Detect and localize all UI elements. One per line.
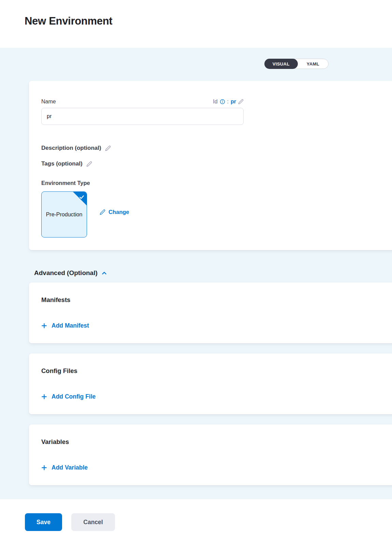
config-files-title: Config Files xyxy=(41,367,387,375)
edit-id-icon[interactable] xyxy=(238,99,244,104)
page-header: New Environment xyxy=(0,0,392,48)
add-config-file-button[interactable]: Add Config File xyxy=(41,392,387,401)
config-files-card: Config Files Add Config File xyxy=(29,354,392,414)
add-manifest-button[interactable]: Add Manifest xyxy=(41,321,387,330)
environment-details-card: Name Id : pr Description (optional) xyxy=(29,81,392,250)
change-env-type-link[interactable]: Change xyxy=(100,209,129,215)
add-variable-button[interactable]: Add Variable xyxy=(41,463,387,472)
add-manifest-label: Add Manifest xyxy=(52,322,89,329)
view-toggle-row: VISUAL YAML xyxy=(0,48,392,69)
chevron-up-icon xyxy=(101,270,107,276)
variables-card: Variables Add Variable xyxy=(29,425,392,485)
advanced-label: Advanced (Optional) xyxy=(34,269,98,277)
info-icon[interactable] xyxy=(220,99,225,104)
plus-icon xyxy=(41,394,47,400)
form-footer: Save Cancel xyxy=(0,499,392,546)
environment-type-label: Environment Type xyxy=(41,180,387,186)
edit-description-icon[interactable] xyxy=(105,145,111,151)
name-label: Name xyxy=(41,99,56,105)
plus-icon xyxy=(41,465,47,471)
env-type-tile-pre-production[interactable]: Pre-Production xyxy=(41,191,87,238)
edit-tags-icon[interactable] xyxy=(86,161,92,167)
visual-yaml-toggle[interactable]: VISUAL YAML xyxy=(264,59,329,69)
add-config-file-label: Add Config File xyxy=(52,393,96,400)
entity-id-row: Id : pr xyxy=(213,99,244,105)
manifests-title: Manifests xyxy=(41,296,387,304)
advanced-section-toggle[interactable]: Advanced (Optional) xyxy=(34,269,392,277)
save-button[interactable]: Save xyxy=(25,513,62,531)
check-icon xyxy=(78,194,85,200)
change-label: Change xyxy=(108,209,129,215)
add-variable-label: Add Variable xyxy=(52,464,88,471)
environment-type-row: Pre-Production Change xyxy=(41,191,387,238)
name-input[interactable] xyxy=(41,108,244,125)
page-title: New Environment xyxy=(25,15,392,27)
manifests-card: Manifests Add Manifest xyxy=(29,283,392,343)
form-region: VISUAL YAML Name Id : pr xyxy=(0,48,392,499)
id-label: Id xyxy=(213,99,217,105)
name-label-row: Name Id : pr xyxy=(41,99,244,105)
tags-label: Tags (optional) xyxy=(41,160,83,167)
toggle-visual[interactable]: VISUAL xyxy=(264,59,298,69)
tags-row: Tags (optional) xyxy=(41,160,387,167)
plus-icon xyxy=(41,323,47,329)
cancel-button[interactable]: Cancel xyxy=(71,513,115,531)
id-separator: : xyxy=(227,99,229,105)
description-label: Description (optional) xyxy=(41,145,101,152)
id-value: pr xyxy=(231,99,236,105)
pencil-icon xyxy=(100,209,105,215)
toggle-yaml[interactable]: YAML xyxy=(298,59,328,69)
description-row: Description (optional) xyxy=(41,145,387,152)
variables-title: Variables xyxy=(41,438,387,446)
env-type-tile-label: Pre-Production xyxy=(46,211,83,218)
